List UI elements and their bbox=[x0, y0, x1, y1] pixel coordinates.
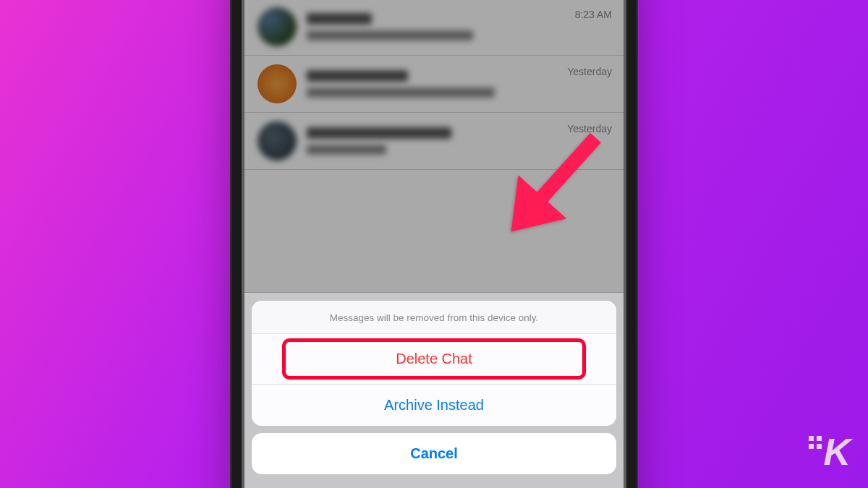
action-sheet: Messages will be removed from this devic… bbox=[252, 301, 616, 474]
delete-chat-button[interactable]: Delete Chat bbox=[282, 338, 586, 380]
cancel-button[interactable]: Cancel bbox=[252, 433, 616, 474]
phone-screen: 8:23 AM Yesterday Yesterda bbox=[244, 0, 624, 488]
sheet-options-group: Messages will be removed from this devic… bbox=[252, 301, 616, 426]
phone-frame: 8:23 AM Yesterday Yesterda bbox=[231, 0, 637, 488]
sheet-message: Messages will be removed from this devic… bbox=[252, 301, 616, 334]
phone-bezel: 8:23 AM Yesterday Yesterda bbox=[242, 0, 626, 488]
brand-logo-k-icon: K bbox=[823, 430, 849, 474]
logo-dots-icon bbox=[809, 436, 822, 449]
highlight-annotation: Delete Chat bbox=[252, 334, 616, 385]
archive-instead-button[interactable]: Archive Instead bbox=[252, 385, 616, 426]
